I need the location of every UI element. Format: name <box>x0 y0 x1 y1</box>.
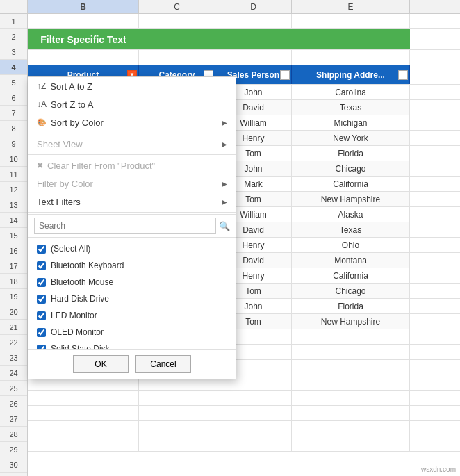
checkbox-hard-disk-drive-label: Hard Disk Drive <box>51 294 109 304</box>
text-filters-item[interactable]: Text Filters ▶ <box>28 192 236 211</box>
search-input[interactable] <box>34 218 216 234</box>
row-numbers: 1 2 3 4 5 6 7 8 9 10 11 12 13 14 15 16 1… <box>0 14 28 476</box>
cell-addr-8: New York <box>292 131 410 145</box>
table-row <box>28 421 460 436</box>
row-num-25: 25 <box>0 381 27 396</box>
checkbox-bluetooth-keyboard[interactable]: Bluetooth Keyboard <box>28 257 236 274</box>
sheet-view-item: Sheet View ▶ <box>28 135 236 153</box>
cell-addr-7: Michigan <box>292 115 410 130</box>
col-header-d: D <box>215 0 292 13</box>
text-filters-arrow: ▶ <box>222 198 227 206</box>
sheet-view-arrow: ▶ <box>222 140 227 148</box>
cell-addr-12: New Hampshire <box>292 192 410 206</box>
sheet-view-label: Sheet View <box>37 139 83 149</box>
row-num-2: 2 <box>0 29 27 44</box>
table-row <box>28 406 460 421</box>
checkbox-select-all[interactable]: (Select All) <box>28 240 236 257</box>
row-num-20: 20 <box>0 304 27 320</box>
filter-button-shipping[interactable]: ▼ <box>398 70 408 80</box>
checkbox-hard-disk-drive[interactable]: Hard Disk Drive <box>28 290 236 307</box>
row-1 <box>28 14 460 29</box>
row-num-6: 6 <box>0 90 27 106</box>
cell-b3 <box>28 50 139 65</box>
checkbox-hard-disk-drive-input[interactable] <box>37 295 46 304</box>
dropdown-footer: OK Cancel <box>28 349 236 379</box>
filter-by-color-item: Filter by Color ▶ <box>28 174 236 192</box>
shipping-label: Shipping Addre... <box>316 70 385 80</box>
sort-za-label: Sort Z to A <box>51 99 93 110</box>
checkbox-led-monitor-input[interactable] <box>37 311 46 320</box>
cell-d3 <box>215 50 292 65</box>
filter-dropdown: ↑Z Sort A to Z ↓A Sort Z to A 🎨 Sort by … <box>28 76 236 379</box>
separator-3 <box>28 212 236 213</box>
checkbox-list: (Select All) Bluetooth Keyboard Bluetoot… <box>28 238 236 349</box>
filter-color-label: Filter by Color <box>37 179 93 189</box>
clear-filter-icon: ✖ <box>37 161 43 170</box>
page-title: Filter Specific Text <box>40 34 126 45</box>
table-row <box>28 436 460 452</box>
row-num-27: 27 <box>0 411 27 427</box>
sort-color-icon: 🎨 <box>37 118 47 127</box>
sort-color-label: Sort by Color <box>51 117 104 128</box>
row-num-12: 12 <box>0 182 27 197</box>
checkbox-bluetooth-keyboard-label: Bluetooth Keyboard <box>51 261 124 270</box>
filter-button-sales-person[interactable]: ▼ <box>280 70 290 80</box>
title-cell: Filter Specific Text <box>28 29 139 49</box>
header-shipping: Shipping Addre... ▼ <box>292 65 410 84</box>
row-num-5: 5 <box>0 75 27 90</box>
cell-addr-17: California <box>292 268 410 283</box>
checkbox-oled-monitor-input[interactable] <box>37 328 46 337</box>
cancel-button[interactable]: Cancel <box>135 355 191 373</box>
checkbox-select-all-label: (Select All) <box>51 244 90 254</box>
checkbox-led-monitor-label: LED Monitor <box>51 311 97 320</box>
cell-addr-13: Alaska <box>292 207 410 222</box>
row-num-17: 17 <box>0 258 27 274</box>
sort-a-z-item[interactable]: ↑Z Sort A to Z <box>28 77 236 95</box>
checkbox-led-monitor[interactable]: LED Monitor <box>28 307 236 324</box>
row-num-14: 14 <box>0 213 27 228</box>
ok-button[interactable]: OK <box>73 355 129 373</box>
checkbox-bluetooth-mouse-input[interactable] <box>37 278 46 287</box>
row-num-18: 18 <box>0 274 27 289</box>
col-header-b: B <box>28 0 139 13</box>
clear-filter-label: Clear Filter From "Product" <box>47 161 155 171</box>
row-num-13: 13 <box>0 197 27 213</box>
column-headers: B C D E <box>0 0 460 14</box>
row-num-30: 30 <box>0 457 27 473</box>
watermark: wsxdn.com <box>421 466 456 473</box>
col-header-c: C <box>139 0 215 13</box>
row-num-4: 4 <box>0 60 27 75</box>
row-num-22: 22 <box>0 335 27 350</box>
cell-b1 <box>28 14 139 28</box>
sort-z-a-item[interactable]: ↓A Sort Z to A <box>28 95 236 113</box>
title-d2 <box>215 29 292 49</box>
row-num-29: 29 <box>0 442 27 457</box>
checkbox-solid-state-disk-input[interactable] <box>37 345 46 350</box>
checkbox-bluetooth-keyboard-input[interactable] <box>37 261 46 270</box>
row-num-28: 28 <box>0 427 27 442</box>
search-icon: 🔍 <box>219 221 230 231</box>
checkbox-oled-monitor-label: OLED Monitor <box>51 327 104 337</box>
cell-addr-10: Chicago <box>292 161 410 176</box>
row-num-7: 7 <box>0 106 27 121</box>
title-e2 <box>292 29 410 49</box>
checkbox-bluetooth-mouse[interactable]: Bluetooth Mouse <box>28 274 236 290</box>
row-num-26: 26 <box>0 396 27 411</box>
row-num-11: 11 <box>0 167 27 182</box>
row-num-8: 8 <box>0 121 27 136</box>
cell-addr-6: Texas <box>292 100 410 115</box>
sort-az-icon: ↑Z <box>37 81 46 91</box>
checkbox-oled-monitor[interactable]: OLED Monitor <box>28 324 236 340</box>
separator-2 <box>28 154 236 155</box>
sort-by-color-item[interactable]: 🎨 Sort by Color ▶ <box>28 113 236 131</box>
checkbox-solid-state-disk[interactable]: Solid State Disk <box>28 340 236 349</box>
checkbox-select-all-input[interactable] <box>37 245 46 254</box>
cell-addr-9: Florida <box>292 146 410 161</box>
checkbox-bluetooth-mouse-label: Bluetooth Mouse <box>51 277 113 287</box>
row-num-1: 1 <box>0 14 27 29</box>
checkbox-solid-state-disk-label: Solid State Disk <box>51 344 110 349</box>
sort-color-arrow: ▶ <box>222 119 227 126</box>
row-num-10: 10 <box>0 151 27 167</box>
cell-c1 <box>139 14 215 28</box>
cell-addr-19: Florida <box>292 299 410 313</box>
